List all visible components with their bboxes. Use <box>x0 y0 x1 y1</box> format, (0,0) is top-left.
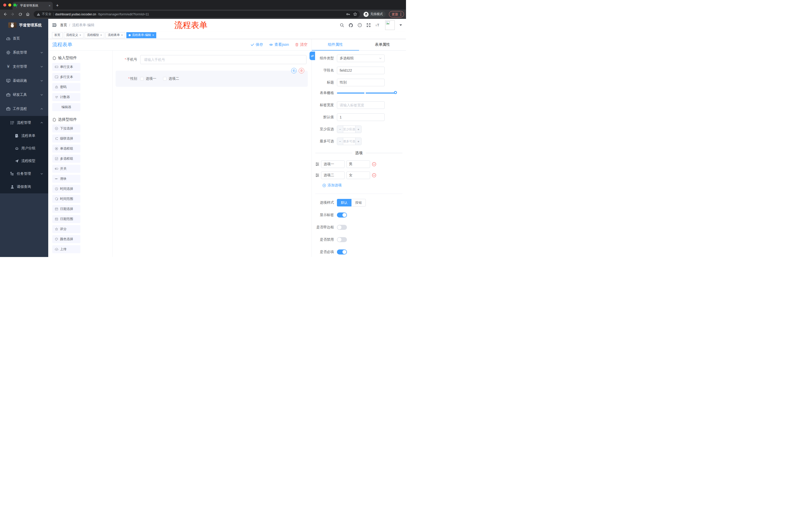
component-type-select[interactable]: 多选框组 <box>337 55 385 62</box>
decrease-button[interactable]: − <box>337 126 343 133</box>
tag-process-form[interactable]: 流程表单× <box>106 32 125 38</box>
component-single-text[interactable]: 单行文本 <box>52 63 80 71</box>
sidebar-item-user-group[interactable]: 用户分组 <box>0 142 48 155</box>
breadcrumb-home[interactable]: 首页 <box>60 23 67 27</box>
component-time-range[interactable]: 时间范围 <box>52 195 80 203</box>
sidebar-item-devtools[interactable]: 研发工具 <box>0 88 48 102</box>
required-toggle[interactable] <box>337 249 347 254</box>
browser-menu-icon[interactable] <box>401 12 401 16</box>
bookmark-star-icon[interactable] <box>353 12 357 16</box>
tab-form-props[interactable]: 表单属性 <box>359 39 406 50</box>
update-browser-button[interactable]: 更新 <box>389 11 404 17</box>
with-border-toggle[interactable] <box>337 225 347 230</box>
sidebar-logo[interactable]: 芋道管理系统 <box>0 19 48 31</box>
sidebar-item-infra[interactable]: 基础设施 <box>0 74 48 88</box>
url-bar[interactable]: 不安全 dashboard.yudao.iocoder.cn /bpm/mana… <box>34 11 360 18</box>
maximize-window-button[interactable] <box>13 3 16 6</box>
max-select-input[interactable] <box>343 138 355 145</box>
option-2-value-input[interactable] <box>346 171 370 179</box>
sidebar-item-process-model[interactable]: 流程模型 <box>0 155 48 167</box>
canvas-field-gender-selected[interactable]: *性别 选项一 选项二 <box>116 71 308 87</box>
component-slider[interactable]: 滑块 <box>52 175 80 183</box>
label-width-input[interactable] <box>337 101 385 109</box>
sidebar-item-pay[interactable]: ¥ 支付管理 <box>0 60 48 74</box>
tag-process-definition[interactable]: 流程定义× <box>64 32 83 38</box>
remove-option-icon[interactable] <box>372 162 376 166</box>
save-button[interactable]: 保存 <box>251 42 263 47</box>
component-select[interactable]: 下拉选择 <box>52 125 80 133</box>
fullscreen-icon[interactable] <box>366 23 371 27</box>
component-editor[interactable]: 编辑器 <box>52 103 80 111</box>
drag-handle-icon[interactable] <box>315 173 319 177</box>
view-json-button[interactable]: 查看json <box>269 42 289 47</box>
component-color-picker[interactable]: 颜色选择 <box>52 235 80 243</box>
decrease-button[interactable]: − <box>337 138 343 145</box>
component-counter[interactable]: 计数器 <box>52 93 80 101</box>
reload-icon[interactable] <box>17 11 23 17</box>
component-password[interactable]: 密码 <box>52 83 80 91</box>
canvas-field-phone[interactable]: *手机号 <box>116 55 308 64</box>
back-icon[interactable] <box>2 11 8 17</box>
browser-tab[interactable]: 芋道管理系统 × <box>12 2 53 9</box>
sidebar-item-workflow[interactable]: 工作流程 <box>0 102 48 116</box>
slider-track[interactable] <box>337 92 397 93</box>
disabled-toggle[interactable] <box>337 237 347 242</box>
sidebar-item-process-mgmt[interactable]: 流程管理 <box>0 116 48 130</box>
sidebar-item-task-mgmt[interactable]: 任务管理 <box>0 167 48 180</box>
component-checkbox-group[interactable]: 多选框组 <box>52 155 80 163</box>
search-icon[interactable] <box>340 23 344 27</box>
component-cascader[interactable]: 级联选择 <box>52 135 80 142</box>
avatar-caret-icon[interactable] <box>400 24 402 26</box>
traffic-lights[interactable] <box>3 3 16 6</box>
add-option-button[interactable]: 添加选项 <box>322 183 406 188</box>
form-grid-slider[interactable] <box>337 91 397 95</box>
tab-close-icon[interactable]: × <box>49 4 51 7</box>
duplicate-field-button[interactable] <box>291 68 297 74</box>
component-multi-text[interactable]: 多行文本 <box>52 73 80 81</box>
show-label-toggle[interactable] <box>337 213 347 218</box>
option-1-value-input[interactable] <box>346 160 370 168</box>
tab-component-props[interactable]: 组件属性 <box>312 39 359 50</box>
component-switch[interactable]: 开关 <box>52 165 80 173</box>
component-date-range[interactable]: 日期范围 <box>52 215 80 223</box>
close-window-button[interactable] <box>3 3 6 6</box>
font-size-icon[interactable] <box>375 23 380 27</box>
link-handle[interactable] <box>310 52 315 60</box>
avatar[interactable] <box>385 20 395 30</box>
new-tab-button[interactable]: + <box>56 3 59 8</box>
tag-process-model[interactable]: 流程模型× <box>85 32 104 38</box>
option-1-label-input[interactable] <box>321 160 345 168</box>
increase-button[interactable]: + <box>355 126 361 133</box>
github-icon[interactable] <box>348 23 353 28</box>
hamburger-fold-icon[interactable] <box>52 23 57 27</box>
drag-handle-icon[interactable] <box>315 162 319 166</box>
slider-handle[interactable] <box>394 91 397 94</box>
sidebar-item-leave-query[interactable]: 请假查询 <box>0 180 48 193</box>
tag-close-icon[interactable]: × <box>100 33 102 37</box>
style-button-button[interactable]: 按钮 <box>351 199 366 207</box>
clear-button[interactable]: 清空 <box>295 42 308 47</box>
sidebar-item-system[interactable]: 系统管理 <box>0 46 48 60</box>
min-select-input[interactable] <box>343 126 355 133</box>
increase-button[interactable]: + <box>355 138 361 145</box>
default-value-input[interactable] <box>337 113 385 121</box>
password-key-icon[interactable] <box>346 12 350 16</box>
tag-process-form-edit[interactable]: 流程表单-编辑× <box>126 32 156 38</box>
title-input[interactable] <box>337 79 385 86</box>
remove-option-icon[interactable] <box>372 173 376 178</box>
style-default-button[interactable]: 默认 <box>337 199 351 207</box>
gender-option-2[interactable]: 选项二 <box>163 77 179 81</box>
sidebar-item-process-form[interactable]: 流程表单 <box>0 130 48 142</box>
component-upload[interactable]: 上传 <box>52 245 80 253</box>
help-icon[interactable] <box>357 23 362 27</box>
forward-icon[interactable] <box>9 11 16 17</box>
option-2-label-input[interactable] <box>321 171 345 179</box>
checkbox[interactable] <box>163 77 167 80</box>
home-icon[interactable] <box>25 11 31 17</box>
checkbox[interactable] <box>140 77 144 80</box>
tag-close-icon[interactable]: × <box>152 33 154 37</box>
component-time-picker[interactable]: 时间选择 <box>52 185 80 193</box>
tag-home[interactable]: 首页 <box>52 32 63 38</box>
tag-close-icon[interactable]: × <box>79 33 81 37</box>
component-date-picker[interactable]: 日期选择 <box>52 205 80 213</box>
